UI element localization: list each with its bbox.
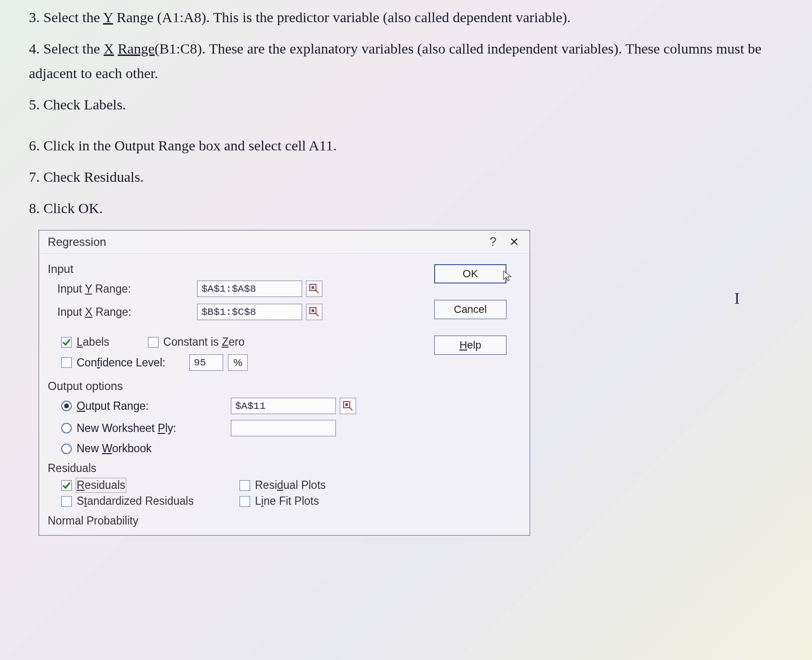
input-x-range-field[interactable] (197, 304, 302, 320)
instruction-3: 3. Select the Y Range (A1:A8). This is t… (29, 5, 783, 29)
instruction-4: 4. Select the X Range(B1:C8). These are … (29, 36, 783, 85)
range-picker-icon[interactable] (306, 304, 322, 320)
title-bar[interactable]: Regression ? ✕ (39, 230, 530, 254)
residuals-checkbox[interactable] (61, 480, 72, 491)
residuals-label: Residuals (77, 479, 125, 492)
svg-rect-5 (346, 404, 348, 406)
output-section-title: Output options (48, 379, 429, 393)
cursor-arrow-icon (503, 270, 514, 282)
percent-label: % (228, 354, 248, 371)
residuals-section-title: Residuals (48, 462, 429, 475)
range-picker-icon[interactable] (340, 398, 356, 414)
constant-zero-label: Constant is Zero (163, 336, 245, 349)
ok-button[interactable]: OK (434, 264, 506, 283)
line-fit-plots-label: Line Fit Plots (255, 495, 319, 508)
help-icon[interactable]: ? (482, 234, 504, 249)
input-y-range-field[interactable] (197, 281, 302, 297)
output-range-field[interactable] (231, 398, 336, 414)
range-picker-icon[interactable] (306, 281, 322, 297)
labels-checkbox[interactable] (61, 337, 72, 348)
line-fit-plots-checkbox[interactable] (240, 496, 250, 507)
svg-rect-1 (312, 286, 315, 289)
new-worksheet-field[interactable] (231, 420, 336, 436)
residual-plots-checkbox[interactable] (240, 480, 250, 491)
input-section-title: Input (48, 262, 429, 276)
text-cursor-icon: I (734, 289, 740, 308)
constant-zero-checkbox[interactable] (148, 337, 159, 348)
output-range-radio[interactable] (61, 401, 72, 411)
new-worksheet-label: New Worksheet Ply: (77, 422, 226, 435)
new-worksheet-radio[interactable] (61, 423, 72, 433)
cancel-button[interactable]: Cancel (434, 300, 506, 319)
residual-plots-label: Residual Plots (255, 479, 326, 492)
confidence-level-checkbox[interactable] (61, 357, 72, 368)
labels-checkbox-label: Labels (77, 336, 109, 349)
help-button[interactable]: Help (434, 336, 506, 355)
confidence-level-label: Confidence Level: (77, 356, 165, 369)
new-workbook-radio[interactable] (61, 444, 72, 454)
normal-probability-section-title: Normal Probability (48, 514, 429, 527)
instruction-5: 5. Check Labels. (29, 92, 783, 117)
input-y-range-label: Input Y Range: (48, 283, 197, 296)
input-x-range-label: Input X Range: (48, 306, 197, 319)
instruction-6: 6. Click in the Output Range box and sel… (29, 133, 783, 158)
new-workbook-label: New Workbook (77, 442, 152, 455)
instruction-8: 8. Click OK. (29, 196, 783, 220)
output-range-label: Output Range: (77, 400, 226, 413)
standardized-residuals-checkbox[interactable] (61, 496, 72, 507)
instruction-7: 7. Check Residuals. (29, 164, 783, 189)
close-icon[interactable]: ✕ (504, 235, 525, 249)
dialog-title: Regression (48, 235, 482, 249)
confidence-level-field[interactable] (189, 354, 223, 371)
standardized-residuals-label: Standardized Residuals (77, 495, 194, 508)
regression-dialog: Regression ? ✕ Input Input Y Range: Inpu… (39, 230, 530, 536)
svg-rect-3 (312, 310, 315, 312)
